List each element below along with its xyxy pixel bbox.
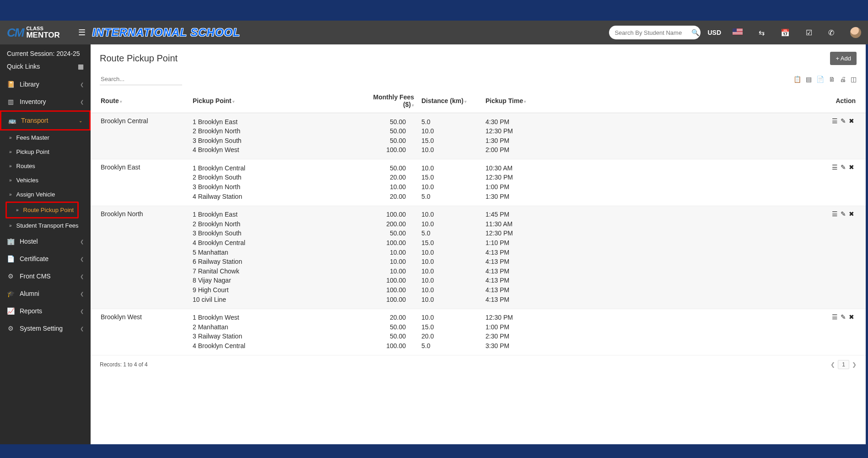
action-cell: ☰✎✖ [592,206,866,309]
alumni-icon: 🎓 [7,290,14,297]
chevron-left-icon: ❮ [80,309,84,314]
quick-links-label: Quick Links [7,63,40,70]
student-search[interactable]: 🔍 [609,26,701,39]
add-button[interactable]: + Add [830,52,857,65]
grid-icon[interactable]: ▦ [78,63,84,70]
sidebar-item-transport[interactable]: 🚌Transport ⌄ [0,110,91,131]
sidebar-sub-routes[interactable]: »Routes [0,159,91,173]
table-search-input[interactable] [100,73,182,85]
sidebar-item-front-cms[interactable]: ⚙Front CMS ❮ [0,267,91,285]
col-time[interactable]: Pickup Time▾ [482,89,592,113]
table-header-row: Route▾ Pickup Point▾ Monthly Fees ($)▾ D… [91,89,866,113]
content-area: Route Pickup Point + Add 📋 ▤ 📄 🗎 🖨 ◫ Rou… [91,44,866,444]
double-chevron-icon: » [9,178,12,183]
flag-icon[interactable] [728,28,747,37]
sort-icon: ▾ [120,99,122,104]
gear-icon: ⚙ [7,273,14,280]
sidebar-item-system-setting[interactable]: ⚙System Setting ❮ [0,320,91,337]
route-cell: Brooklyn West [91,309,189,355]
delete-icon[interactable]: ✖ [847,210,856,218]
session-label: Current Session: 2024-25 [0,44,91,60]
logo-mark: CM [7,26,23,40]
sidebar-sub-student-transport-fees[interactable]: »Student Transport Fees [0,218,91,233]
sidebar-sub-pickup-point[interactable]: »Pickup Point [0,145,91,159]
route-cell: Brooklyn East [91,159,189,206]
sidebar: Current Session: 2024-25 Quick Links ▦ 📔… [0,44,91,444]
page-prev[interactable]: ❮ [830,361,835,368]
sidebar-item-library[interactable]: 📔Library ❮ [0,76,91,93]
delete-icon[interactable]: ✖ [847,117,856,125]
currency-label[interactable]: USD [707,29,721,36]
col-distance[interactable]: Distance (km)▾ [418,89,482,113]
sidebar-item-alumni[interactable]: 🎓Alumni ❮ [0,285,91,302]
sidebar-sub-route-pickup-point[interactable]: »Route Pickup Point [5,202,79,218]
header-bar: CM CLASS MENTOR ☰ INTERNATIONAL SCHOOL 🔍… [0,21,868,44]
menu-icon[interactable]: ☰ [830,210,839,218]
page-number[interactable]: 1 [838,360,849,369]
csv-icon[interactable]: 📄 [816,76,824,83]
route-cell: Brooklyn Central [91,113,189,159]
sidebar-item-inventory[interactable]: ▥Inventory ❮ [0,93,91,110]
logo-text: CLASS MENTOR [26,26,59,39]
export-toolbar: 📋 ▤ 📄 🗎 🖨 ◫ [793,76,857,83]
building-icon: 🏢 [7,238,14,245]
double-chevron-icon: » [9,149,12,154]
sidebar-item-hostel[interactable]: 🏢Hostel ❮ [0,233,91,250]
menu-icon[interactable]: ☰ [830,313,839,321]
delete-icon[interactable]: ✖ [847,164,856,171]
sidebar-sub-fees-master[interactable]: »Fees Master [0,131,91,145]
double-chevron-icon: » [16,207,19,213]
route-cell: Brooklyn North [91,206,189,309]
quick-links[interactable]: Quick Links ▦ [0,60,91,76]
double-chevron-icon: » [9,223,12,228]
sidebar-sub-assign-vehicle[interactable]: »Assign Vehicle [0,187,91,202]
edit-icon[interactable]: ✎ [839,164,847,171]
sidebar-item-certificate[interactable]: 📄Certificate ❮ [0,250,91,267]
double-chevron-icon: » [9,164,12,169]
col-pickup[interactable]: Pickup Point▾ [189,89,363,113]
edit-icon[interactable]: ✎ [839,313,847,321]
student-search-input[interactable] [615,29,691,36]
menu-icon[interactable]: ☰ [830,117,839,125]
action-cell: ☰✎✖ [592,159,866,206]
sort-icon: ▾ [412,103,414,108]
sort-icon: ▾ [464,99,467,104]
sort-icon: ▾ [524,99,526,104]
edit-icon[interactable]: ✎ [839,117,847,125]
chevron-left-icon: ❮ [80,274,84,279]
copy-icon[interactable]: 📋 [793,76,801,83]
check-icon[interactable]: ☑ [801,28,817,37]
col-fees[interactable]: Monthly Fees ($)▾ [363,89,418,113]
delete-icon[interactable]: ✖ [847,313,856,321]
table-row: Brooklyn Central1 Brooklyn East2 Brookly… [91,113,866,159]
sidebar-item-reports[interactable]: 📈Reports ❮ [0,302,91,320]
columns-icon[interactable]: ◫ [851,76,857,83]
bottom-banner [0,444,868,458]
chevron-left-icon: ❮ [80,326,84,331]
chevron-left-icon: ❮ [80,256,84,262]
search-icon[interactable]: 🔍 [691,29,699,36]
table-row: Brooklyn West1 Brooklyn West2 Manhattan3… [91,309,866,355]
excel-icon[interactable]: ▤ [806,76,812,83]
edit-icon[interactable]: ✎ [839,210,847,218]
print-icon[interactable]: 🖨 [840,76,846,83]
calendar-icon[interactable]: 📅 [776,28,794,37]
action-cell: ☰✎✖ [592,309,866,355]
menu-toggle-icon[interactable]: ☰ [78,27,86,38]
avatar[interactable] [850,27,861,38]
page-next[interactable]: ❯ [852,361,857,368]
settings-icon: ⚙ [7,325,14,332]
chevron-left-icon: ❮ [80,82,84,87]
logo[interactable]: CM CLASS MENTOR [7,26,69,40]
chevron-down-icon: ⌄ [79,118,82,123]
chart-icon: 📈 [7,307,14,315]
sidebar-sub-vehicles[interactable]: »Vehicles [0,173,91,187]
menu-icon[interactable]: ☰ [830,164,839,171]
pdf-icon[interactable]: 🗎 [829,76,835,83]
action-cell: ☰✎✖ [592,113,866,159]
pagination: ❮ 1 ❯ [830,360,857,369]
swap-icon[interactable]: ⇆ [754,28,769,37]
whatsapp-icon[interactable]: ✆ [824,28,839,37]
col-route[interactable]: Route▾ [91,89,189,113]
double-chevron-icon: » [9,192,12,197]
